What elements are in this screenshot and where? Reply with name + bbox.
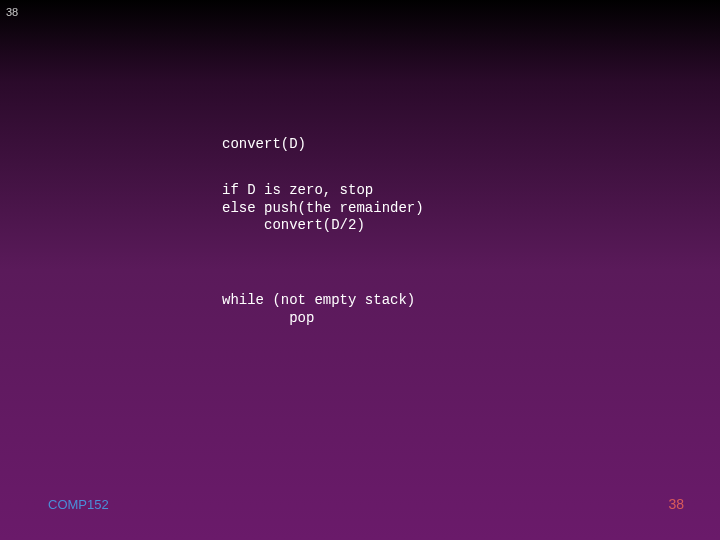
code-block-while: while (not empty stack) pop (222, 292, 415, 327)
footer-course-label: COMP152 (48, 497, 109, 512)
code-block-if-else: if D is zero, stop else push(the remaind… (222, 182, 424, 235)
slide: 38 convert(D) if D is zero, stop else pu… (0, 0, 720, 540)
code-line-convert: convert(D) (222, 136, 306, 154)
code-line-convert-recurse: convert(D/2) (222, 217, 365, 233)
code-line-if: if D is zero, stop (222, 182, 373, 198)
footer-page-number: 38 (668, 496, 684, 512)
slide-top-number: 38 (6, 6, 18, 18)
code-line-else: else push(the remainder) (222, 200, 424, 216)
code-line-pop: pop (222, 310, 314, 326)
code-line-while: while (not empty stack) (222, 292, 415, 308)
